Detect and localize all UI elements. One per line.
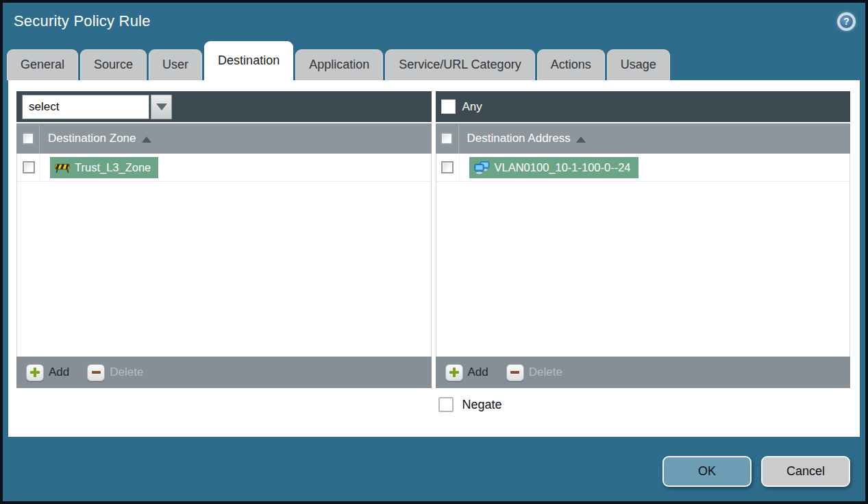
zone-barrier-icon [55, 162, 70, 173]
zone-select-input[interactable]: select [22, 95, 149, 119]
tab-usage[interactable]: Usage [607, 49, 670, 80]
destination-zone-panel: select Destination Zone [16, 91, 432, 388]
ok-button[interactable]: OK [662, 456, 752, 487]
zone-row-checkbox[interactable] [23, 161, 35, 173]
zone-column: select Destination Zone [16, 91, 432, 437]
address-row-checkbox-cell [436, 154, 460, 181]
zone-column-header-label-wrap[interactable]: Destination Zone [40, 123, 151, 154]
network-address-icon [474, 161, 490, 174]
zone-delete-label: Delete [110, 365, 143, 379]
zone-column-header: Destination Zone [16, 123, 432, 154]
add-plus-icon [26, 364, 44, 381]
dialog-title: Security Policy Rule [14, 12, 151, 30]
zone-add-button[interactable]: Add [26, 364, 69, 381]
cancel-button[interactable]: Cancel [761, 456, 850, 487]
zone-toolbar: select [16, 91, 432, 122]
address-add-button[interactable]: Add [445, 364, 488, 381]
delete-minus-icon [506, 364, 524, 381]
address-panel-footer: Add Delete [436, 357, 851, 388]
zone-select-all-cell [16, 123, 40, 154]
address-column: Any Destination Address [436, 91, 851, 437]
address-column-header-label-wrap[interactable]: Destination Address [459, 123, 586, 154]
address-row-checkbox[interactable] [441, 161, 454, 173]
tab-service-url-category[interactable]: Service/URL Category [385, 49, 534, 80]
zone-list: Trust_L3_Zone [16, 154, 432, 357]
negate-row: Negate [438, 397, 851, 412]
negate-checkbox[interactable] [438, 397, 454, 412]
delete-minus-icon [87, 364, 105, 381]
destination-address-panel: Any Destination Address [436, 91, 851, 388]
address-select-all-cell [436, 123, 459, 154]
tab-user[interactable]: User [149, 49, 202, 80]
zone-panel-footer: Add Delete [16, 357, 432, 388]
address-list: VLAN0100_10-1-100-0--24 [436, 154, 851, 357]
address-chip-label: VLAN0100_10-1-100-0--24 [495, 161, 631, 174]
sort-ascending-icon [576, 136, 586, 143]
help-icon[interactable]: ? [837, 12, 856, 31]
address-list-item: VLAN0100_10-1-100-0--24 [436, 154, 850, 182]
address-column-header-label: Destination Address [467, 132, 571, 145]
security-policy-rule-dialog: Security Policy Rule ? General Source Us… [0, 0, 868, 504]
zone-list-item: Trust_L3_Zone [17, 154, 431, 182]
negate-label: Negate [462, 398, 502, 412]
tab-application[interactable]: Application [295, 49, 383, 80]
dialog-footer: OK Cancel [3, 437, 865, 501]
address-add-label: Add [468, 365, 488, 379]
zone-add-label: Add [49, 365, 69, 379]
zone-column-header-label: Destination Zone [48, 132, 136, 145]
add-plus-icon [445, 364, 463, 381]
address-delete-button[interactable]: Delete [506, 364, 562, 381]
sort-ascending-icon [142, 136, 151, 143]
question-mark-glyph: ? [843, 16, 850, 27]
address-delete-label: Delete [529, 365, 562, 379]
address-select-all-checkbox[interactable] [441, 132, 453, 145]
title-bar: Security Policy Rule ? [3, 3, 865, 40]
any-label: Any [462, 100, 482, 114]
zone-select-dropdown-button[interactable] [151, 95, 172, 119]
address-chip[interactable]: VLAN0100_10-1-100-0--24 [469, 157, 638, 178]
any-checkbox[interactable] [441, 99, 456, 114]
tab-general[interactable]: General [7, 49, 78, 80]
tab-bar: General Source User Destination Applicat… [3, 40, 865, 80]
zone-delete-button[interactable]: Delete [87, 364, 143, 381]
zone-chip[interactable]: Trust_L3_Zone [50, 157, 158, 178]
destination-tab-content: select Destination Zone [8, 80, 860, 437]
tab-destination[interactable]: Destination [204, 41, 293, 80]
tab-actions[interactable]: Actions [537, 49, 605, 80]
dropdown-arrow-icon [156, 104, 167, 110]
zone-chip-label: Trust_L3_Zone [75, 161, 151, 174]
zone-row-checkbox-cell [17, 154, 40, 181]
zone-select-all-checkbox[interactable] [22, 132, 34, 145]
tab-source[interactable]: Source [80, 49, 147, 80]
address-column-header: Destination Address [436, 123, 851, 154]
address-toolbar: Any [436, 91, 851, 122]
zone-select-combo: select [22, 95, 172, 119]
